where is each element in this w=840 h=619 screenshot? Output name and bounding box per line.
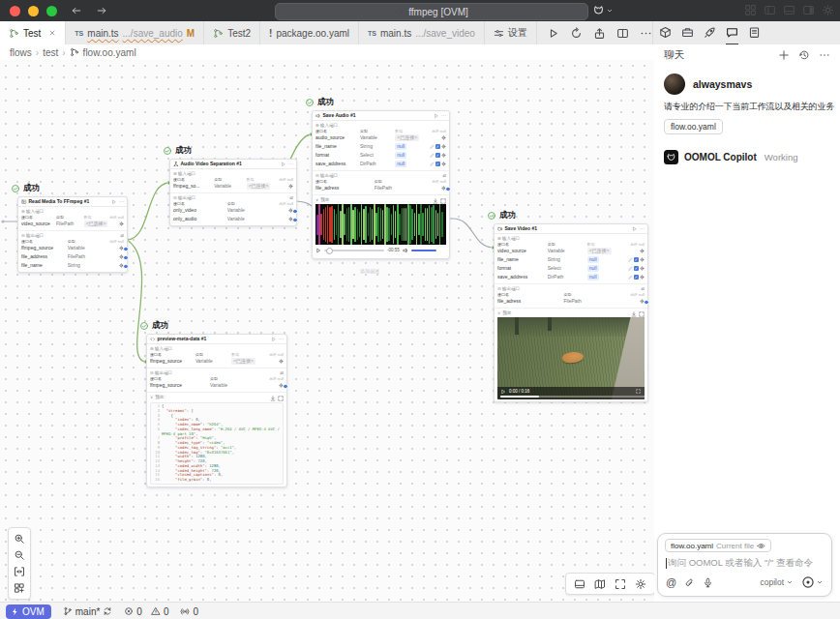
fullscreen-icon[interactable]: [615, 578, 626, 590]
input-port-row[interactable]: ffmpeg_so...Variable<已连接>: [173, 182, 293, 191]
port-value[interactable]: null: [395, 152, 406, 159]
output-port-row[interactable]: ffmpeg_sourceVariable: [21, 244, 124, 252]
panel-right-icon[interactable]: [802, 4, 815, 16]
allow-null-checkbox[interactable]: ✓: [634, 275, 639, 280]
mention-icon[interactable]: @: [666, 576, 676, 588]
minimize-window-button[interactable]: [28, 6, 39, 16]
run-icon[interactable]: [547, 27, 559, 40]
breadcrumb-item-flows[interactable]: flows: [10, 47, 32, 58]
split-editor-icon[interactable]: [616, 27, 629, 40]
chat-composer[interactable]: flow.oo.yaml Current file 询问 OOMOL 或者输入 …: [657, 533, 832, 597]
port-value[interactable]: <已连接>: [587, 248, 612, 254]
tab-main-ts-1[interactable]: TSmain.ts.../save_audioM: [66, 21, 204, 44]
output-port-dot[interactable]: [123, 264, 129, 270]
settings-icon[interactable]: [635, 578, 646, 590]
port-value[interactable]: <已连接>: [231, 358, 255, 365]
flow-node-av-separation[interactable]: Audio Video Separation #1⊕ 输入端口接口名类型数据允许…: [169, 159, 297, 226]
preview-caret[interactable]: ∨: [315, 198, 318, 203]
model-picker[interactable]: copilot: [760, 577, 794, 587]
flow-node-read-media[interactable]: Read Media To FFmpeg #1⊕ 输入端口接口名类型数据允许 n…: [17, 196, 128, 273]
port-settings-icon[interactable]: [640, 257, 645, 262]
output-port-row[interactable]: file_adressFilePath: [497, 297, 645, 306]
toolbox-icon[interactable]: [681, 21, 694, 45]
package-icon[interactable]: [659, 21, 672, 45]
close-window-button[interactable]: [10, 6, 20, 16]
more-icon[interactable]: [819, 49, 830, 61]
mic-icon[interactable]: [703, 577, 713, 588]
output-port-row[interactable]: file_nameString: [21, 261, 124, 270]
download-icon[interactable]: [270, 396, 276, 401]
video-controls[interactable]: 0:00 / 0:16⋮: [497, 387, 645, 399]
node-more-button[interactable]: [441, 113, 447, 119]
node-more-button[interactable]: [279, 337, 285, 342]
forward-icon[interactable]: [96, 5, 107, 16]
json-preview[interactable]: 1{2 "streams": [3 {4 "index": 0,5 "codec…: [150, 402, 284, 485]
zoom-out-icon[interactable]: [14, 549, 25, 561]
volume-icon[interactable]: [403, 248, 408, 253]
preview-caret[interactable]: ∨: [497, 311, 500, 316]
attach-icon[interactable]: [684, 577, 695, 588]
node-header[interactable]: Audio Video Separation #1: [170, 160, 296, 169]
allow-null-checkbox[interactable]: ✓: [435, 144, 440, 149]
problems-item[interactable]: 0 0: [124, 606, 168, 617]
eye-icon[interactable]: [757, 542, 765, 550]
port-value[interactable]: null: [395, 161, 406, 167]
preview-caret[interactable]: ∨: [150, 396, 153, 400]
settings-gear-icon[interactable]: [822, 4, 834, 16]
remote-env-button[interactable]: OVM: [6, 604, 51, 619]
expand-icon[interactable]: [440, 198, 446, 204]
output-port-dot[interactable]: [445, 187, 451, 192]
layout-grid-icon[interactable]: [14, 582, 25, 594]
node-header[interactable]: preview-meta-data #1: [147, 335, 286, 344]
input-port-row[interactable]: formatSelectnull✓: [315, 151, 446, 160]
output-port-row[interactable]: only_videoVariable: [173, 206, 293, 215]
download-icon[interactable]: [433, 198, 438, 204]
tab---5[interactable]: 设置: [485, 21, 537, 44]
node-run-button[interactable]: [111, 199, 117, 205]
console-icon[interactable]: [574, 578, 585, 590]
port-settings-icon[interactable]: [640, 266, 645, 271]
video-progress[interactable]: [500, 396, 645, 398]
history-icon[interactable]: [798, 49, 810, 61]
node-header[interactable]: Save Audio #1: [313, 111, 449, 121]
node-header[interactable]: Save Video #1: [495, 224, 647, 234]
port-settings-icon[interactable]: [288, 184, 293, 189]
play-icon[interactable]: [315, 248, 321, 253]
port-settings-icon[interactable]: [441, 162, 446, 166]
port-settings-icon[interactable]: [640, 275, 645, 280]
zoom-in-icon[interactable]: [14, 533, 25, 545]
node-run-button[interactable]: [434, 113, 439, 119]
output-port-row[interactable]: only_audioVariable: [173, 215, 293, 223]
play-icon[interactable]: [500, 389, 506, 395]
current-file-chip[interactable]: flow.oo.yaml Current file: [665, 539, 771, 552]
input-port-row[interactable]: video_sourceFilePath<已选择>: [21, 220, 124, 228]
port-settings-icon[interactable]: [640, 249, 645, 253]
output-port-row[interactable]: ffmpeg_sourceVariable: [150, 381, 284, 390]
rocket-icon[interactable]: [704, 21, 716, 45]
panel-bottom-icon[interactable]: [783, 4, 795, 16]
more-icon[interactable]: [640, 27, 652, 40]
zoom-window-button[interactable]: [46, 6, 57, 16]
volume-slider[interactable]: [411, 250, 436, 252]
input-port-row[interactable]: ffmpeg_sourceVariable<已连接>: [150, 357, 284, 366]
output-port-dot[interactable]: [123, 255, 129, 261]
tab-test-0[interactable]: Test: [0, 21, 66, 44]
port-value[interactable]: <已连接>: [247, 183, 271, 190]
port-value[interactable]: <已选择>: [84, 221, 108, 227]
add-description-hint[interactable]: 添加描述: [360, 268, 379, 274]
input-port-row[interactable]: file_nameStringnull✓: [315, 142, 446, 151]
copilot-menu-button[interactable]: [592, 4, 614, 16]
breadcrumb-item-test[interactable]: test: [43, 47, 58, 58]
expand-icon[interactable]: [278, 396, 284, 401]
back-icon[interactable]: [71, 5, 82, 16]
layout-columns-icon[interactable]: [764, 4, 776, 16]
port-settings-icon[interactable]: [119, 221, 124, 226]
chat-input[interactable]: 询问 OOMOL 或者输入 "/" 查看命令: [658, 552, 831, 570]
tab-main-ts-4[interactable]: TSmain.ts.../save_video: [359, 21, 485, 44]
output-port-dot[interactable]: [644, 300, 649, 306]
output-port-dot[interactable]: [292, 209, 298, 215]
seek-slider[interactable]: [324, 250, 384, 251]
node-more-button[interactable]: [288, 162, 294, 167]
port-settings-icon[interactable]: [441, 153, 446, 158]
sync-icon[interactable]: [103, 606, 112, 616]
